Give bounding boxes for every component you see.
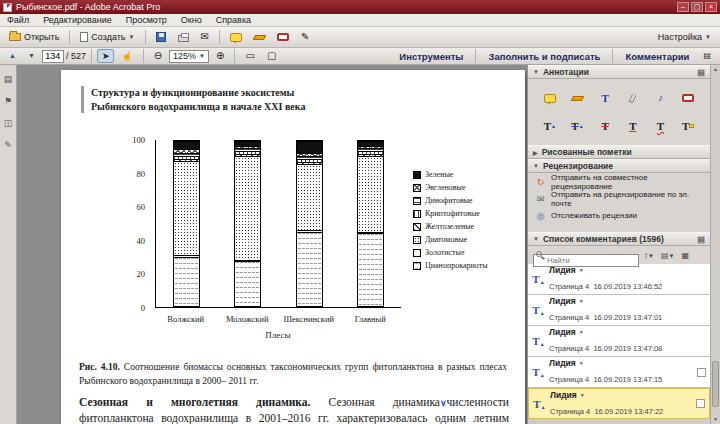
review-header[interactable]: ▼ Рецензирование (528, 159, 710, 173)
stamp-icon (682, 94, 694, 102)
open-button[interactable]: Открыть (4, 29, 64, 46)
insert-text-annotation-marker[interactable]: ∨ (440, 398, 447, 408)
sticky-note-button[interactable] (225, 29, 247, 46)
note-to-text-tool-button[interactable]: T (679, 118, 697, 134)
toolbar-separator (475, 49, 476, 63)
document-area[interactable]: Структура и функционирование экосистемы … (17, 65, 527, 424)
fit-width-button[interactable]: ▭ (240, 49, 259, 63)
comment-row[interactable]: T▲ Лидия▼ Страница 4 16.09.2019 13:47:15 (528, 357, 710, 388)
next-page-button[interactable]: ▼ (23, 49, 40, 63)
comment-author: Лидия (549, 358, 576, 368)
x-axis-title: Плесы (155, 330, 401, 340)
stamp-button[interactable] (272, 29, 294, 46)
annotation-tools-grid: T ♪ T▲ T▲ T T T T (528, 79, 710, 145)
fit-page-icon: ▢ (267, 51, 276, 61)
comment-checkbox[interactable] (697, 368, 706, 377)
scrollbar-thumb[interactable] (712, 361, 719, 407)
shared-review-item[interactable]: ↻ Отправить на совместное рецензирование (528, 173, 710, 190)
attachments-button[interactable]: ◫ (1, 116, 15, 131)
comment-checkbox[interactable] (696, 399, 705, 408)
legend-swatch (413, 171, 421, 179)
hand-tool-button[interactable]: ☝ (116, 49, 137, 63)
signature-icon: ✎ (4, 140, 12, 150)
email-review-item[interactable]: ✉ Отправить на рецензирование по эл. поч… (528, 190, 710, 207)
hand-icon: ☝ (121, 51, 132, 61)
comments-panel-button[interactable]: Комментарии (618, 51, 696, 62)
titlebar: Рыбинское.pdf - Adobe Acrobat Pro – ▢ × (0, 0, 720, 14)
signature-button[interactable]: ✎ (296, 29, 314, 46)
save-button[interactable] (151, 29, 171, 46)
print-button[interactable] (173, 29, 194, 46)
chevron-down-icon: ▼ (705, 34, 711, 40)
chevron-down-icon[interactable]: ▼ (579, 267, 584, 273)
scroll-down-arrow[interactable]: ▼ (711, 415, 720, 424)
cursor-icon: ➤ (102, 51, 110, 61)
menu-file[interactable]: Файл (0, 14, 36, 26)
highlight-button[interactable] (249, 29, 270, 46)
menu-window[interactable]: Окно (174, 14, 209, 26)
insert-text-annotation-icon: T▲ (532, 366, 545, 378)
zoom-in-button[interactable]: ⊕ (211, 49, 229, 63)
panel-toggle-button[interactable]: ▤ (698, 49, 716, 63)
add-text-comment-tool-button[interactable]: T (596, 90, 614, 106)
email-button[interactable]: ✉ (196, 29, 214, 46)
filter-comments-button[interactable]: ▤▼ (659, 250, 677, 261)
chevron-down-icon[interactable]: ▼ (579, 298, 584, 304)
signatures-button[interactable]: ✎ (1, 138, 15, 153)
panel-menu-icon[interactable]: ▤ (697, 235, 705, 244)
fill-sign-panel-button[interactable]: Заполнить и подписать (481, 51, 607, 62)
customize-button[interactable]: Настройка ▼ (653, 29, 716, 46)
select-tool-button[interactable]: ➤ (97, 49, 115, 63)
menu-view[interactable]: Просмотр (119, 14, 174, 26)
expand-comments-button[interactable]: ▦ (679, 250, 691, 261)
replace-text-tool-button[interactable]: T▲ (568, 118, 586, 134)
squiggly-underline-tool-button[interactable]: T (651, 118, 669, 134)
zoom-level-select[interactable]: 125% ▼ (169, 50, 209, 63)
drawing-markups-header[interactable]: ▶ Рисованные пометки (528, 145, 710, 159)
highlight-text-tool-button[interactable] (568, 90, 586, 106)
x-tick-label: Моложский (217, 314, 279, 324)
underline-tool-button[interactable]: T (624, 118, 642, 134)
fit-page-button[interactable]: ▢ (262, 49, 281, 63)
y-tick-label: 60 (137, 202, 146, 212)
attach-file-tool-button[interactable] (624, 90, 642, 106)
annotations-header[interactable]: ▼ Аннотации ▤ (528, 65, 710, 79)
comments-panel: ▼ Аннотации ▤ T ♪ T▲ T▲ T T T T (527, 65, 720, 424)
sticky-note-tool-button[interactable] (541, 90, 559, 106)
panel-scrollbar[interactable]: ▲ ▼ (710, 65, 720, 424)
triangle-expanded-icon: ▼ (533, 163, 539, 169)
sort-comments-button[interactable]: ↕▼ (642, 250, 656, 261)
tools-panel-button[interactable]: Инструменты (392, 51, 470, 62)
strikethrough-tool-button[interactable]: T (596, 118, 614, 134)
comments-search-input[interactable] (533, 254, 639, 267)
restore-button[interactable]: ▢ (691, 2, 703, 12)
highlighter-icon (571, 96, 584, 101)
menu-help[interactable]: Справка (209, 14, 258, 26)
scroll-up-arrow[interactable]: ▲ (711, 65, 720, 74)
comment-row[interactable]: T▲ Лидия▼ Страница 4 16.09.2019 13:46:52 (528, 264, 710, 295)
menu-edit[interactable]: Редактирование (36, 14, 119, 26)
record-audio-tool-button[interactable]: ♪ (651, 90, 669, 106)
page-number-input[interactable] (42, 50, 64, 63)
margin-rule (81, 86, 84, 113)
close-button[interactable]: × (705, 2, 717, 12)
comments-list-header[interactable]: ▼ Список комментариев (1596) ▤ (528, 232, 710, 246)
plot-bars (156, 140, 401, 307)
previous-page-button[interactable]: ▲ (4, 49, 21, 63)
stamp-tool-button[interactable] (679, 90, 697, 106)
minimize-button[interactable]: – (677, 2, 689, 12)
page-thumbnails-button[interactable]: ▤ (1, 72, 15, 87)
bookmarks-button[interactable]: ⚑ (1, 94, 15, 109)
chevron-down-icon[interactable]: ▼ (580, 392, 585, 398)
comment-row[interactable]: T▲ Лидия▼ Страница 4 16.09.2019 13:47:08 (528, 326, 710, 357)
comment-row[interactable]: T▲ Лидия▼ Страница 4 16.09.2019 13:47:01 (528, 295, 710, 326)
panel-menu-icon[interactable]: ▤ (697, 68, 705, 77)
comment-row-selected[interactable]: T▲ Лидия▼ Страница 4 16.09.2019 13:47:22 (528, 388, 710, 419)
zoom-out-button[interactable]: ⊖ (149, 49, 167, 63)
chevron-down-icon[interactable]: ▼ (579, 329, 584, 335)
insert-text-tool-button[interactable]: T▲ (541, 118, 559, 134)
create-button[interactable]: Создать ▼ (75, 29, 139, 46)
toolbar-separator (145, 30, 146, 44)
chevron-down-icon[interactable]: ▼ (579, 360, 584, 366)
track-reviews-item[interactable]: ◎ Отслеживать рецензии (528, 207, 710, 224)
